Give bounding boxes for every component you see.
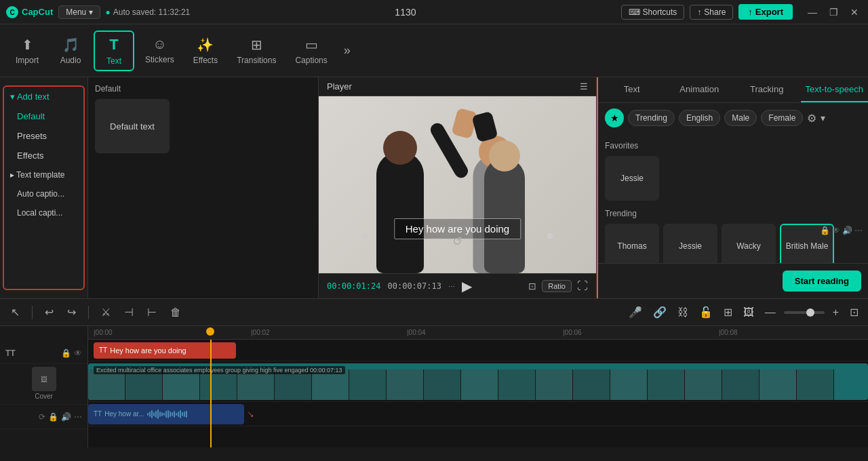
unlink-button[interactable]: 🔓 <box>696 303 715 321</box>
default-text-box[interactable]: Default text <box>95 99 170 153</box>
lock-icon-text[interactable]: 🔒 <box>61 348 71 358</box>
tool-audio[interactable]: 🎵 Audio <box>50 33 91 69</box>
favorites-filter-button[interactable]: ★ <box>605 108 624 127</box>
left-item-effects[interactable]: Effects <box>4 146 83 165</box>
left-item-add-text[interactable]: ▾ Add text <box>4 87 83 106</box>
resize-handle-right[interactable] <box>547 233 553 239</box>
toolbar-more-button[interactable]: » <box>338 41 356 60</box>
split-track-button[interactable]: ⊞ <box>721 303 735 321</box>
share-button[interactable]: ↑ Share <box>690 5 733 20</box>
minimize-button[interactable]: — <box>804 5 821 19</box>
left-item-default[interactable]: Default <box>4 106 83 126</box>
play-button[interactable]: ▶ <box>462 278 472 294</box>
cursor-tool-button[interactable]: ↖ <box>7 303 24 321</box>
text-clip-icon: TT <box>99 346 107 354</box>
link-audio-button[interactable]: 🔗 <box>650 303 669 321</box>
tab-tts[interactable]: Text-to-speech <box>801 77 869 102</box>
zoom-in-button[interactable]: + <box>830 304 842 321</box>
ratio-button[interactable]: Ratio <box>542 280 572 292</box>
tab-animation[interactable]: Animation <box>666 77 734 102</box>
undo-button[interactable]: ↩ <box>41 303 58 321</box>
wave-bar-10 <box>165 411 167 418</box>
trending-section-label: Trending <box>605 209 861 218</box>
video-thumb-14 <box>573 369 610 400</box>
topbar: C CapCut Menu ▾ ● Auto saved: 11:32:21 1… <box>0 0 868 24</box>
maximize-button[interactable]: ❐ <box>825 5 842 19</box>
tool-stickers[interactable]: ☺ Stickers <box>137 33 182 68</box>
zoom-out-button[interactable]: — <box>762 304 778 321</box>
fit-button[interactable]: ⊡ <box>528 281 536 292</box>
text-track-type-icon: TT <box>5 348 16 358</box>
voice-card-jessie[interactable]: Jessie <box>663 224 717 263</box>
fit-timeline-button[interactable]: ⊡ <box>847 303 861 321</box>
audio-clip-label: Hey how ar... <box>104 410 144 418</box>
start-reading-button[interactable]: Start reading <box>783 270 861 292</box>
shortcuts-button[interactable]: ⌨ Shortcuts <box>621 5 685 20</box>
filter-more-button[interactable]: ▾ <box>821 113 825 123</box>
voice-card-thomas[interactable]: Thomas <box>605 224 659 263</box>
tool-text[interactable]: T Text <box>94 31 134 71</box>
insert-frame-button[interactable]: 🖼 <box>741 304 757 321</box>
tool-effects[interactable]: ✨ Effects <box>185 33 226 69</box>
playhead-head <box>206 327 214 336</box>
timeline-toolbar: ↖ ↩ ↪ ⚔ ⊣ ⊢ 🗑 🎤 🔗 ⛓ 🔓 ⊞ 🖼 — + ⊡ <box>0 299 868 326</box>
text-clip[interactable]: TT Hey how are you doing <box>94 342 236 359</box>
zoom-slider[interactable] <box>784 311 825 314</box>
more-icon-audio[interactable]: ⋯ <box>74 412 82 422</box>
rotate-handle[interactable]: ↺ <box>452 234 462 249</box>
player-menu-icon[interactable]: ☰ <box>580 81 588 92</box>
filter-settings-button[interactable]: ⚙ <box>807 112 816 125</box>
fullscreen-button[interactable]: ⛶ <box>577 280 588 292</box>
playhead[interactable] <box>210 340 212 447</box>
export-button[interactable]: ↑ Export <box>738 4 793 20</box>
video-thumb-13 <box>536 369 573 400</box>
align-left-button[interactable]: ⊣ <box>120 303 138 321</box>
redo-button[interactable]: ↪ <box>63 303 80 321</box>
window-controls: — ❐ ✕ <box>804 5 863 19</box>
female-filter-button[interactable]: Female <box>761 110 803 126</box>
tab-tracking[interactable]: Tracking <box>733 77 801 102</box>
video-track-label-row: 🖼 Cover 🔒 👁 🔊 ⋯ <box>0 364 87 405</box>
voice-card-wacky[interactable]: Wacky <box>722 224 776 263</box>
wave-bar-4 <box>153 412 155 416</box>
text-icon: T <box>109 36 118 54</box>
vol-icon-audio[interactable]: 🔊 <box>61 412 71 422</box>
eye-icon-text[interactable]: 👁 <box>74 348 82 358</box>
lock-icon-audio[interactable]: 🔒 <box>48 412 58 422</box>
voice-card-jessie-fav[interactable]: Jessie <box>605 156 659 201</box>
resize-handle-left[interactable] <box>363 233 368 239</box>
split-button[interactable]: ⚔ <box>97 303 115 321</box>
track-link-button[interactable]: ⛓ <box>675 304 691 321</box>
video-thumb-16 <box>648 369 685 400</box>
tool-import[interactable]: ⬆ Import <box>7 33 47 69</box>
player-panel: Player ☰ <box>319 77 597 298</box>
tool-transitions[interactable]: ⊞ Transitions <box>229 33 284 69</box>
player-header: Player ☰ <box>319 77 596 96</box>
delete-button[interactable]: 🗑 <box>166 304 185 321</box>
tab-text[interactable]: Text <box>598 77 666 102</box>
autosave-icon: ● <box>106 7 111 17</box>
trending-filter-button[interactable]: Trending <box>628 110 675 126</box>
align-right-button[interactable]: ⊢ <box>143 303 161 321</box>
ruler-mark-8: |00:08 <box>719 329 738 336</box>
left-item-auto-captions[interactable]: Auto captio... <box>4 184 83 203</box>
tts-footer: Start reading <box>598 263 868 298</box>
wave-bar-17 <box>180 410 181 418</box>
captions-icon: ▭ <box>305 37 318 53</box>
tool-captions[interactable]: ▭ Captions <box>287 33 335 69</box>
autosave-status: ● Auto saved: 11:32:21 <box>106 7 191 17</box>
english-filter-button[interactable]: English <box>679 110 720 126</box>
menu-button[interactable]: Menu ▾ <box>58 5 100 19</box>
left-item-presets[interactable]: Presets <box>4 126 83 146</box>
default-text-panel: Default Default text <box>88 77 319 298</box>
close-button[interactable]: ✕ <box>846 5 863 19</box>
left-item-local-captions[interactable]: Local capti... <box>4 203 83 222</box>
male-filter-button[interactable]: Male <box>724 110 757 126</box>
wave-bar-15 <box>176 413 177 416</box>
video-clip[interactable]: Excited multiracial office associates em… <box>88 363 868 400</box>
audio-track-label-row: ⟳ 🔒 🔊 ⋯ <box>0 405 87 429</box>
left-item-text-template[interactable]: ▸ Text template <box>4 165 83 184</box>
audio-clip[interactable]: TT Hey how ar... <box>88 404 244 424</box>
mic-button[interactable]: 🎤 <box>626 303 645 321</box>
timeline-area: TT 🔒 👁 🖼 Cover 🔒 👁 🔊 ⋯ <box>0 326 868 447</box>
